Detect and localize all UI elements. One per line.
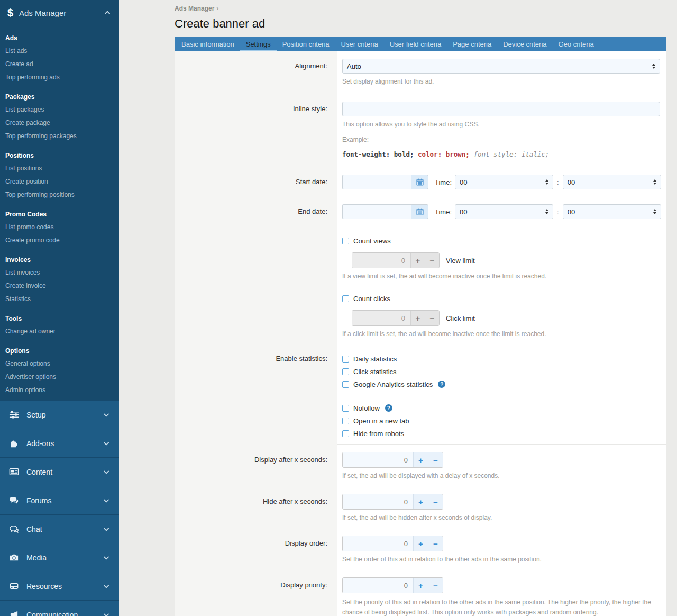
sidebar-header-ads-manager[interactable]: $ Ads Manager bbox=[0, 0, 119, 25]
nofollow-checkbox[interactable] bbox=[342, 405, 349, 412]
sidebar-item-content[interactable]: Content bbox=[0, 457, 119, 486]
sidebar-item-communication[interactable]: Communication bbox=[0, 600, 119, 616]
plus-button[interactable]: + bbox=[413, 536, 428, 551]
display-priority-input[interactable] bbox=[343, 578, 413, 593]
breadcrumb[interactable]: Ads Manager› bbox=[119, 0, 677, 12]
end-date-input[interactable] bbox=[342, 204, 411, 219]
tab-user-field-criteria[interactable]: User field criteria bbox=[384, 37, 447, 51]
calendar-icon[interactable] bbox=[411, 204, 428, 219]
sidebar-item-forums[interactable]: Forums bbox=[0, 486, 119, 514]
minus-button[interactable]: − bbox=[428, 494, 443, 509]
tab-position-criteria[interactable]: Position criteria bbox=[277, 37, 335, 51]
help-icon[interactable]: ? bbox=[385, 404, 392, 412]
sidebar-link-change-ad-owner[interactable]: Change ad owner bbox=[0, 325, 119, 338]
alignment-select[interactable]: Auto bbox=[342, 59, 660, 74]
row-count-clicks: Count clicks + − Click limit If a click … bbox=[175, 286, 666, 345]
sidebar-item-media[interactable]: Media bbox=[0, 543, 119, 572]
display-priority-stepper: + − bbox=[342, 577, 443, 593]
sidebar-link-create-invoice[interactable]: Create invoice bbox=[0, 279, 119, 293]
module-label: Forums bbox=[26, 496, 95, 505]
plus-button[interactable]: + bbox=[413, 452, 428, 467]
sidebar-link-top-performing-packages[interactable]: Top performing packages bbox=[0, 130, 119, 143]
sidebar-link-create-promo-code[interactable]: Create promo code bbox=[0, 234, 119, 247]
inline-style-example-code: font-weight: bold; color: brown; font-st… bbox=[342, 150, 660, 158]
alignment-label: Alignment: bbox=[175, 51, 337, 94]
tab-settings[interactable]: Settings bbox=[240, 37, 277, 51]
module-label: Content bbox=[26, 468, 95, 476]
tab-geo-criteria[interactable]: Geo criteria bbox=[553, 37, 600, 51]
plus-button[interactable]: + bbox=[410, 311, 425, 325]
hide-after-label: Hide after x seconds: bbox=[175, 486, 337, 528]
count-clicks-checkbox[interactable] bbox=[342, 295, 349, 302]
calendar-icon[interactable] bbox=[411, 175, 428, 189]
sidebar-link-list-promo-codes[interactable]: List promo codes bbox=[0, 221, 119, 234]
sidebar-link-create-package[interactable]: Create package bbox=[0, 116, 119, 130]
module-label: Setup bbox=[26, 411, 95, 419]
end-date-label: End date: bbox=[175, 197, 337, 228]
module-label: Communication bbox=[26, 611, 95, 616]
sidebar-link-top-performing-positions[interactable]: Top performing positions bbox=[0, 188, 119, 202]
display-after-label: Display after x seconds: bbox=[175, 445, 337, 486]
plus-button[interactable]: + bbox=[410, 253, 425, 268]
help-icon[interactable]: ? bbox=[438, 381, 445, 388]
sidebar-link-advertiser-options[interactable]: Advertiser options bbox=[0, 370, 119, 384]
display-order-input[interactable] bbox=[343, 536, 413, 551]
tab-device-criteria[interactable]: Device criteria bbox=[497, 37, 552, 51]
chevron-down-icon bbox=[102, 439, 111, 448]
sidebar: $ Ads Manager Ads List ads Create ad Top… bbox=[0, 0, 119, 616]
start-date-label: Start date: bbox=[175, 167, 337, 197]
minus-button[interactable]: − bbox=[428, 578, 443, 593]
sidebar-link-list-invoices[interactable]: List invoices bbox=[0, 266, 119, 279]
open-new-tab-checkbox[interactable] bbox=[342, 418, 349, 424]
view-limit-input[interactable] bbox=[352, 253, 410, 268]
sidebar-link-list-positions[interactable]: List positions bbox=[0, 162, 119, 175]
section-heading: Ads bbox=[0, 32, 119, 44]
google-analytics-statistics-checkbox[interactable] bbox=[342, 381, 349, 388]
end-hour-select[interactable]: 00 bbox=[455, 204, 553, 219]
minus-button[interactable]: − bbox=[428, 536, 443, 551]
hide-after-input[interactable] bbox=[343, 494, 413, 509]
breadcrumb-separator: › bbox=[216, 5, 218, 12]
sidebar-link-statistics[interactable]: Statistics bbox=[0, 293, 119, 306]
row-enable-statistics: Enable statistics: Daily statistics Clic… bbox=[175, 345, 666, 394]
sidebar-link-create-position[interactable]: Create position bbox=[0, 175, 119, 188]
hide-from-robots-checkbox[interactable] bbox=[342, 430, 349, 437]
main-content: Ads Manager› Create banner ad Basic info… bbox=[119, 0, 677, 616]
tab-user-criteria[interactable]: User criteria bbox=[335, 37, 384, 51]
sidebar-item-resources[interactable]: Resources bbox=[0, 572, 119, 600]
minus-button[interactable]: − bbox=[425, 311, 439, 325]
start-date-input[interactable] bbox=[342, 175, 411, 189]
tab-page-criteria[interactable]: Page criteria bbox=[447, 37, 497, 51]
minus-button[interactable]: − bbox=[425, 253, 439, 268]
display-after-stepper: + − bbox=[342, 452, 443, 468]
sidebar-link-admin-options[interactable]: Admin options bbox=[0, 384, 119, 397]
chevron-down-icon bbox=[102, 582, 111, 591]
sidebar-item-chat[interactable]: Chat bbox=[0, 514, 119, 543]
chevron-up-icon bbox=[103, 8, 112, 17]
start-minute-select[interactable]: 00 bbox=[563, 175, 661, 189]
megaphone-icon bbox=[8, 610, 19, 616]
sidebar-item-setup[interactable]: Setup bbox=[0, 400, 119, 429]
start-hour-select[interactable]: 00 bbox=[455, 175, 553, 189]
count-views-checkbox[interactable] bbox=[342, 238, 349, 244]
tab-basic-information[interactable]: Basic information bbox=[176, 37, 240, 51]
display-order-label: Display order: bbox=[175, 528, 337, 570]
click-limit-stepper: + − bbox=[352, 310, 440, 326]
sidebar-item-add-ons[interactable]: Add-ons bbox=[0, 429, 119, 457]
breadcrumb-ads-manager[interactable]: Ads Manager bbox=[175, 5, 214, 12]
daily-statistics-checkbox[interactable] bbox=[342, 356, 349, 363]
display-after-input[interactable] bbox=[343, 452, 413, 467]
camera-icon bbox=[8, 552, 19, 563]
end-minute-select[interactable]: 00 bbox=[563, 204, 661, 219]
sidebar-link-top-performing-ads[interactable]: Top performing ads bbox=[0, 71, 119, 84]
click-limit-input[interactable] bbox=[352, 311, 410, 325]
sidebar-link-list-packages[interactable]: List packages bbox=[0, 103, 119, 116]
minus-button[interactable]: − bbox=[428, 452, 443, 467]
plus-button[interactable]: + bbox=[413, 494, 428, 509]
sidebar-link-general-options[interactable]: General options bbox=[0, 357, 119, 370]
click-statistics-checkbox[interactable] bbox=[342, 368, 349, 375]
inline-style-input[interactable] bbox=[342, 102, 660, 116]
sidebar-link-list-ads[interactable]: List ads bbox=[0, 44, 119, 58]
plus-button[interactable]: + bbox=[413, 578, 428, 593]
sidebar-link-create-ad[interactable]: Create ad bbox=[0, 58, 119, 71]
